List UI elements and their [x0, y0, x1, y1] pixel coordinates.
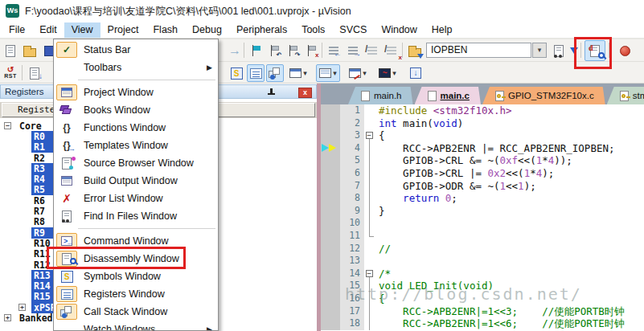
- close-icon[interactable]: x: [298, 88, 312, 98]
- fold-margin[interactable]: [364, 230, 375, 243]
- fold-margin[interactable]: [364, 154, 375, 167]
- breakpoint-margin[interactable]: [321, 280, 340, 292]
- symbol-combo[interactable]: IOPBEN: [426, 43, 531, 58]
- menu-item-symbols-window[interactable]: SSymbols Window: [54, 268, 218, 285]
- symbol-combo-dropdown-icon[interactable]: ▾: [532, 43, 547, 58]
- fold-margin[interactable]: [364, 243, 375, 255]
- code-line[interactable]: 9}: [321, 205, 644, 218]
- fold-margin[interactable]: [364, 217, 375, 230]
- fold-margin[interactable]: [364, 117, 375, 130]
- fold-margin[interactable]: [364, 104, 375, 117]
- menubar-item-flash[interactable]: Flash: [146, 22, 185, 38]
- code-line[interactable]: 11: [321, 230, 644, 243]
- fold-collapse-icon[interactable]: −: [366, 270, 373, 277]
- fold-collapse-icon[interactable]: −: [366, 132, 373, 139]
- code-line[interactable]: 2int main(void): [321, 117, 644, 130]
- new-file-icon[interactable]: [2, 42, 19, 59]
- menu-item-status-bar[interactable]: ✓Status Bar: [54, 41, 218, 59]
- menu-item-project-window[interactable]: Project Window: [54, 84, 218, 101]
- memory-window-button[interactable]: ▾: [316, 64, 340, 82]
- fold-margin[interactable]: [364, 142, 375, 155]
- breakpoint-margin[interactable]: [321, 317, 340, 330]
- fold-margin[interactable]: −: [364, 268, 375, 280]
- tab-main-h[interactable]: main.h: [348, 87, 413, 104]
- run-to-cursor-icon[interactable]: ↓: [26, 64, 43, 82]
- fold-margin[interactable]: [364, 205, 375, 218]
- fold-margin[interactable]: [364, 167, 375, 180]
- menubar-item-peripherals[interactable]: Peripherals: [229, 22, 294, 38]
- menubar-item-window[interactable]: Window: [374, 22, 424, 38]
- bookmark-prev-icon[interactable]: ↶: [265, 42, 283, 59]
- code-line[interactable]: 7 GPIOB->ODR &= ~(1<<1);: [321, 180, 644, 193]
- menubar-item-project[interactable]: Project: [100, 22, 146, 38]
- menubar-item-tools[interactable]: Tools: [294, 22, 332, 38]
- menubar-item-file[interactable]: File: [2, 22, 32, 38]
- comment-icon[interactable]: /: [363, 42, 381, 59]
- reset-button[interactable]: ↺RST: [2, 64, 19, 82]
- expand-icon[interactable]: +: [4, 314, 11, 321]
- breakpoint-margin[interactable]: [321, 230, 340, 243]
- breakpoint-margin[interactable]: [321, 305, 340, 318]
- current-statement-arrows[interactable]: [321, 142, 340, 155]
- callstack-window-button[interactable]: [266, 64, 284, 82]
- fold-margin[interactable]: [364, 180, 375, 193]
- expand-icon[interactable]: +: [18, 304, 26, 311]
- fold-margin[interactable]: [364, 192, 375, 205]
- code-line[interactable]: 12//: [321, 243, 644, 255]
- menu-item-build-output-window[interactable]: Build Output Window: [54, 172, 218, 190]
- breakpoint-margin[interactable]: [321, 268, 340, 280]
- registers-window-button[interactable]: [247, 64, 265, 82]
- tab-main-c[interactable]: main.c: [415, 87, 481, 104]
- menubar-item-view[interactable]: View: [64, 22, 100, 38]
- breakpoint-margin[interactable]: [321, 117, 340, 130]
- pin-icon[interactable]: [268, 88, 275, 96]
- open-file-icon[interactable]: [21, 42, 39, 59]
- breakpoint-margin[interactable]: [321, 129, 340, 142]
- breakpoint-margin[interactable]: [321, 243, 340, 255]
- bookmark-clear-icon[interactable]: x: [302, 42, 320, 59]
- menubar-item-svcs[interactable]: SVCS: [332, 22, 374, 38]
- fold-margin[interactable]: [364, 317, 375, 330]
- breakpoint-margin[interactable]: [321, 167, 340, 180]
- bookmark-next-icon[interactable]: ↷: [284, 42, 301, 59]
- fold-margin[interactable]: [364, 305, 375, 318]
- code-line[interactable]: 6 GPIOB->CRL |= 0x2<<(1*4);: [321, 167, 644, 180]
- menu-item-find-in-files-window[interactable]: Find In Files Window: [54, 207, 218, 225]
- breakpoint-margin[interactable]: [321, 192, 340, 205]
- bookmark-toggle-icon[interactable]: [247, 42, 265, 59]
- code-line[interactable]: 1#include <stm32f10x.h>: [321, 104, 644, 117]
- breakpoint-margin[interactable]: [321, 104, 340, 117]
- menu-item-source-browser-window[interactable]: Source Browser Window: [54, 154, 218, 172]
- breakpoint-margin[interactable]: [321, 205, 340, 218]
- breakpoint-margin[interactable]: [321, 180, 340, 193]
- menubar-item-help[interactable]: Help: [425, 22, 460, 38]
- uncomment-icon[interactable]: /x: [383, 42, 400, 59]
- menu-item-watch-windows[interactable]: Watch Windows▶: [54, 321, 218, 331]
- menu-item-call-stack-window[interactable]: Call Stack Window: [54, 303, 218, 321]
- nav-forward-icon[interactable]: →: [226, 42, 244, 59]
- symbols-window-button[interactable]: S: [228, 64, 245, 82]
- code-line[interactable]: 8 return 0;: [321, 192, 644, 205]
- breakpoint-margin[interactable]: [321, 292, 340, 305]
- configure-target-icon[interactable]: [406, 42, 424, 59]
- tab-stm32f10x-h[interactable]: stm32f10x.h: [607, 87, 644, 104]
- menu-item-functions-window[interactable]: {}Functions Window: [54, 119, 218, 137]
- indent-icon[interactable]: →: [344, 42, 362, 59]
- menu-item-toolbars[interactable]: Toolbars▶: [54, 59, 218, 76]
- menu-item-templates-window[interactable]: {}→Templates Window: [54, 137, 218, 154]
- code-line[interactable]: 14−/*: [321, 268, 644, 280]
- breakpoint-dot-icon[interactable]: [616, 42, 634, 59]
- breakpoint-margin[interactable]: [321, 217, 340, 230]
- code-line[interactable]: 18 RCC->APB2ENR|=1<<6; //使能PORTE时钟: [321, 317, 644, 330]
- menubar-item-edit[interactable]: Edit: [32, 22, 64, 38]
- unindent-icon[interactable]: ←: [325, 42, 343, 59]
- code-line[interactable]: 4 RCC->APB2ENR |= RCC_APB2ENR_IOPBEN;: [321, 142, 644, 155]
- collapse-icon[interactable]: −: [4, 122, 11, 129]
- menubar-item-debug[interactable]: Debug: [185, 22, 229, 38]
- fold-margin[interactable]: −: [364, 129, 375, 142]
- menu-item-error-list-window[interactable]: ✗Error List Window: [54, 190, 218, 207]
- serial-window-button[interactable]: ▾: [346, 64, 370, 82]
- fold-margin[interactable]: [364, 255, 375, 268]
- watch-window-button[interactable]: ▾: [286, 64, 310, 82]
- tab-gpio-stm32f10x-c[interactable]: GPIO_STM32F10x.c: [482, 87, 605, 104]
